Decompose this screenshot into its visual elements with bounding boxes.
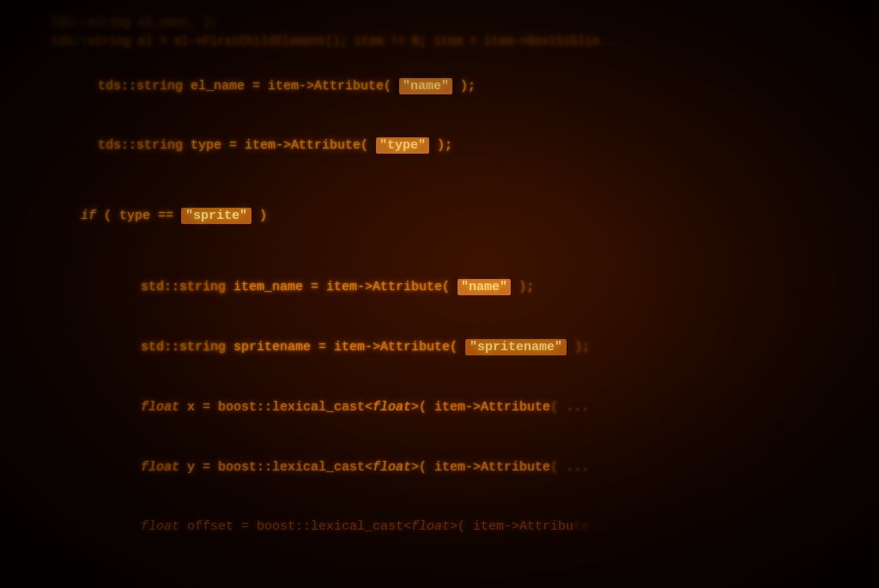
code-line-type: tds::string type = item->Attribute( "typ… [52, 116, 845, 176]
code-line-float-y: float y = boost::lexical_cast<float>( it… [94, 437, 845, 497]
code-line-iterator: SpriteDescList::iterator sp = sprite_des… [94, 568, 845, 588]
code-line-blank2 [52, 246, 845, 258]
code-line-float-offset: float offset = boost::lexical_cast<float… [94, 497, 845, 557]
code-line-top-b: tds::string el = el->FirstChildElement()… [52, 33, 845, 52]
code-line-item-name: std::string item_name = item->Attribute(… [94, 258, 845, 318]
code-screen: tds::string el_next_ ); tds::string el =… [0, 0, 879, 588]
code-line-blank1 [52, 176, 845, 186]
code-line-if-type: if ( type == "sprite" ) [34, 186, 845, 246]
code-line-top-a: tds::string el_next_ ); [52, 14, 845, 33]
code-line-float-x: float x = boost::lexical_cast<float>( it… [94, 378, 845, 438]
code-line-el-name: tds::string el_name = item->Attribute( "… [52, 56, 845, 116]
code-line-blank3 [52, 557, 845, 569]
code-line-spritename: std::string spritename = item->Attribute… [94, 318, 845, 378]
code-display: tds::string el_next_ ); tds::string el =… [0, 0, 879, 588]
